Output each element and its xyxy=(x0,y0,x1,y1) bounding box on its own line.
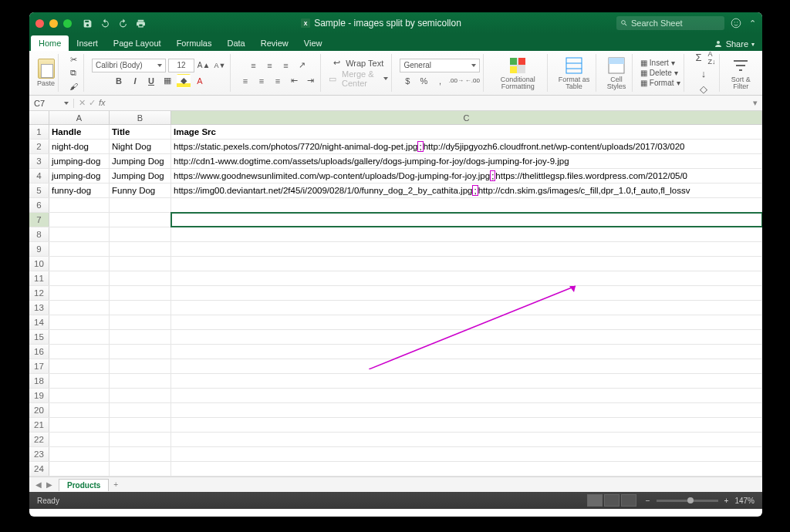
cell[interactable] xyxy=(171,198,762,212)
wrap-text-button[interactable]: ↩Wrap Text xyxy=(333,58,383,68)
page-layout-view-button[interactable] xyxy=(604,494,620,507)
cell[interactable] xyxy=(110,359,171,373)
cell[interactable]: funny-dog xyxy=(49,184,110,197)
column-header-c[interactable]: C xyxy=(171,111,762,124)
formula-input[interactable] xyxy=(110,96,748,110)
font-color-icon[interactable]: A xyxy=(193,74,207,88)
fx-icon[interactable]: fx xyxy=(99,98,106,108)
bold-button[interactable]: B xyxy=(112,76,126,86)
cell[interactable] xyxy=(49,359,110,373)
row-header[interactable]: 15 xyxy=(29,330,49,344)
row-header[interactable]: 1 xyxy=(29,125,49,139)
cell[interactable] xyxy=(49,418,110,432)
cell[interactable] xyxy=(110,433,171,446)
cell[interactable] xyxy=(49,213,110,227)
italic-button[interactable]: I xyxy=(128,76,142,86)
cell[interactable]: https://img00.deviantart.net/2f45/i/2009… xyxy=(171,184,762,197)
cell[interactable] xyxy=(171,242,762,256)
zoom-window-button[interactable] xyxy=(63,19,72,28)
format-cells-button[interactable]: ▦ Format ▾ xyxy=(640,79,680,87)
align-left-icon[interactable]: ≡ xyxy=(238,74,252,88)
merge-center-button[interactable]: ▭Merge & Center xyxy=(329,69,388,88)
percent-icon[interactable]: % xyxy=(417,74,430,88)
cell[interactable] xyxy=(110,447,171,461)
sheet-nav-next-icon[interactable]: ▶ xyxy=(46,480,52,489)
cell[interactable] xyxy=(110,418,171,432)
font-name-select[interactable]: Calibri (Body) xyxy=(92,59,166,72)
row-header[interactable]: 21 xyxy=(29,418,49,432)
cell[interactable] xyxy=(49,301,110,315)
cell[interactable] xyxy=(171,389,762,402)
row-header[interactable]: 2 xyxy=(29,140,49,153)
tab-formulas[interactable]: Formulas xyxy=(169,35,220,51)
cell[interactable] xyxy=(49,227,110,241)
cell-styles-icon[interactable] xyxy=(606,56,626,75)
normal-view-button[interactable] xyxy=(587,494,603,507)
row-header[interactable]: 12 xyxy=(29,286,49,300)
redo-icon[interactable] xyxy=(118,19,128,29)
align-right-icon[interactable]: ≡ xyxy=(271,74,285,88)
underline-button[interactable]: U xyxy=(144,76,158,86)
format-painter-icon[interactable]: 🖌︎ xyxy=(66,80,80,92)
cut-icon[interactable]: ✂︎ xyxy=(66,54,80,66)
row-header[interactable]: 23 xyxy=(29,447,49,461)
sheet-nav-prev-icon[interactable]: ◀ xyxy=(35,480,42,489)
search-sheet-input[interactable]: Search Sheet xyxy=(616,16,724,30)
cell[interactable] xyxy=(49,345,110,359)
cell[interactable] xyxy=(49,433,110,446)
cell[interactable] xyxy=(110,389,171,402)
row-header[interactable]: 19 xyxy=(29,389,49,402)
name-box[interactable]: C7 xyxy=(29,99,74,108)
cell[interactable] xyxy=(49,403,110,417)
row-header[interactable]: 11 xyxy=(29,271,49,285)
row-header[interactable]: 18 xyxy=(29,374,49,388)
cell[interactable] xyxy=(49,447,110,461)
cell[interactable] xyxy=(110,345,171,359)
undo-icon[interactable] xyxy=(100,19,110,29)
cell[interactable] xyxy=(171,447,762,461)
cell[interactable] xyxy=(110,301,171,315)
indent-decrease-icon[interactable]: ⇤ xyxy=(287,74,301,88)
formula-expand-icon[interactable]: ▾ xyxy=(748,98,762,108)
worksheet-grid[interactable]: A B C 1HandleTitleImage Src2night-dogNig… xyxy=(29,111,762,476)
row-header[interactable]: 14 xyxy=(29,315,49,329)
tab-review[interactable]: Review xyxy=(253,35,296,51)
cell[interactable] xyxy=(171,345,762,359)
cell[interactable] xyxy=(49,330,110,344)
row-header[interactable]: 5 xyxy=(29,184,49,197)
row-header[interactable]: 24 xyxy=(29,462,49,476)
cell[interactable] xyxy=(171,433,762,446)
zoom-slider[interactable] xyxy=(657,500,718,502)
decrease-font-icon[interactable]: A▼ xyxy=(213,59,227,72)
font-size-select[interactable]: 12 xyxy=(168,59,194,72)
tab-view[interactable]: View xyxy=(296,35,330,51)
sort-filter-icon[interactable] xyxy=(731,56,751,75)
orientation-icon[interactable]: ↗ xyxy=(295,59,309,72)
row-header[interactable]: 13 xyxy=(29,301,49,315)
tab-page-layout[interactable]: Page Layout xyxy=(106,35,169,51)
row-header[interactable]: 7 xyxy=(29,213,49,227)
cell[interactable]: Funny Dog xyxy=(110,184,171,197)
format-as-table-icon[interactable] xyxy=(564,56,584,75)
sheet-tab-products[interactable]: Products xyxy=(59,479,109,491)
cell[interactable] xyxy=(171,301,762,315)
cell[interactable] xyxy=(171,403,762,417)
page-break-view-button[interactable] xyxy=(621,494,636,507)
cell[interactable] xyxy=(49,271,110,285)
border-icon[interactable]: ▦ xyxy=(160,74,174,88)
cell[interactable] xyxy=(49,389,110,402)
cell[interactable]: night-dog xyxy=(49,140,110,153)
tab-data[interactable]: Data xyxy=(219,35,252,51)
align-top-icon[interactable]: ≡ xyxy=(247,59,261,72)
enter-formula-icon[interactable]: ✓ xyxy=(89,98,96,108)
increase-font-icon[interactable]: A▲ xyxy=(197,59,211,72)
row-header[interactable]: 6 xyxy=(29,198,49,212)
cell[interactable]: http://cdn1-www.dogtime.com/assets/uploa… xyxy=(171,154,762,168)
cell[interactable] xyxy=(49,315,110,329)
cell[interactable] xyxy=(171,257,762,271)
cell[interactable]: Jumping Dog xyxy=(110,154,171,168)
cell[interactable] xyxy=(171,462,762,476)
cell[interactable] xyxy=(171,227,762,241)
cell[interactable]: Night Dog xyxy=(110,140,171,153)
cell[interactable] xyxy=(171,286,762,300)
